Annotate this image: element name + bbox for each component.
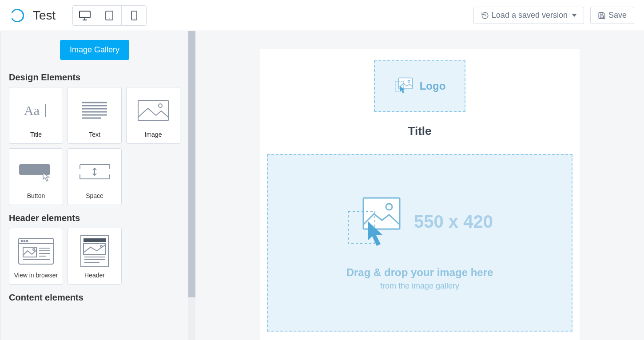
tile-view-in-browser[interactable]: View in browser (9, 228, 63, 285)
load-saved-version-button[interactable]: Load a saved version (473, 7, 584, 24)
image-dropzone-header: 550 x 420 (346, 195, 493, 249)
svg-text:Aa: Aa (24, 103, 40, 118)
svg-point-25 (21, 241, 23, 242)
svg-point-4 (109, 18, 110, 19)
svg-rect-21 (19, 164, 50, 175)
svg-rect-9 (600, 16, 604, 18)
tile-label: Header (84, 270, 105, 279)
tile-text[interactable]: Text (68, 87, 122, 144)
view-in-browser-icon (11, 233, 61, 270)
sidebar: Image Gallery Design Elements Aa Title T… (0, 31, 195, 340)
history-icon (481, 12, 489, 20)
svg-rect-19 (138, 100, 168, 121)
canvas-page: Logo Title 550 x 420 Drag & drop your im… (260, 49, 580, 340)
workspace: Image Gallery Design Elements Aa Title T… (0, 31, 644, 340)
tile-label: Image (145, 129, 162, 138)
svg-point-27 (27, 241, 28, 242)
device-mobile-button[interactable] (122, 6, 146, 25)
header-element-icon (70, 233, 119, 270)
svg-rect-10 (600, 12, 603, 14)
image-dropzone-size-label: 550 x 420 (414, 212, 493, 232)
canvas-title-block[interactable]: Title (260, 124, 580, 138)
tile-space[interactable]: Space (68, 148, 122, 205)
section-design-elements-title: Design Elements (1, 72, 188, 87)
desktop-icon (79, 11, 91, 20)
title-element-icon: Aa (11, 92, 61, 129)
tablet-icon (105, 11, 113, 20)
tile-label: View in browser (14, 270, 58, 279)
image-gallery-button-wrap: Image Gallery (1, 40, 188, 60)
image-placeholder-large-icon (346, 195, 404, 249)
svg-rect-0 (80, 11, 90, 18)
logo-dropzone[interactable]: Logo (374, 60, 465, 112)
image-element-icon (128, 92, 178, 129)
canvas-area[interactable]: Logo Title 550 x 420 Drag & drop your im… (195, 31, 644, 340)
save-button[interactable]: Save (590, 7, 634, 24)
tile-header[interactable]: Header (68, 228, 122, 285)
tile-label: Button (27, 190, 45, 199)
svg-point-26 (24, 241, 25, 242)
top-bar: Test Load a saved version Save (0, 0, 644, 31)
section-header-elements-title: Header elements (1, 213, 188, 228)
svg-point-6 (134, 18, 135, 19)
sidebar-content: Image Gallery Design Elements Aa Title T… (1, 31, 188, 340)
image-dropzone-line1: Drag & drop your image here (346, 266, 493, 279)
logo-dropzone-label: Logo (420, 80, 446, 92)
tile-image[interactable]: Image (126, 87, 180, 144)
text-element-icon (70, 92, 119, 129)
load-saved-version-label: Load a saved version (492, 11, 568, 20)
device-desktop-button[interactable] (73, 6, 97, 25)
save-button-label: Save (608, 11, 627, 20)
button-element-icon (11, 153, 61, 190)
image-placeholder-icon (394, 76, 414, 96)
top-bar-left: Test (10, 5, 147, 26)
header-elements-tiles: View in browser Header (1, 228, 188, 293)
sidebar-scrollbar-track[interactable] (188, 31, 195, 340)
image-dropzone-line2: from the image gallery (380, 281, 459, 291)
section-content-elements-title: Content elements (1, 293, 188, 307)
image-gallery-button[interactable]: Image Gallery (60, 40, 129, 60)
app-logo-icon (10, 8, 25, 23)
chevron-down-icon (572, 14, 576, 17)
tile-title[interactable]: Aa Title (9, 87, 63, 144)
tile-label: Space (86, 190, 103, 199)
device-tablet-button[interactable] (97, 6, 122, 25)
image-dropzone[interactable]: 550 x 420 Drag & drop your image here fr… (267, 154, 572, 332)
space-element-icon (70, 153, 119, 190)
device-preview-toggle (72, 5, 147, 26)
save-icon (598, 12, 606, 20)
sidebar-scrollbar-thumb[interactable] (188, 31, 195, 297)
svg-point-38 (100, 245, 102, 247)
project-name: Test (33, 8, 56, 23)
svg-point-29 (33, 249, 35, 250)
svg-line-8 (485, 16, 486, 16)
svg-rect-36 (83, 238, 106, 242)
svg-point-20 (159, 104, 162, 107)
tile-label: Text (89, 129, 100, 138)
tile-button[interactable]: Button (9, 148, 63, 205)
design-elements-tiles: Aa Title Text Image (1, 87, 188, 213)
top-bar-right: Load a saved version Save (473, 7, 634, 24)
tile-label: Title (30, 129, 42, 138)
mobile-icon (131, 11, 137, 20)
